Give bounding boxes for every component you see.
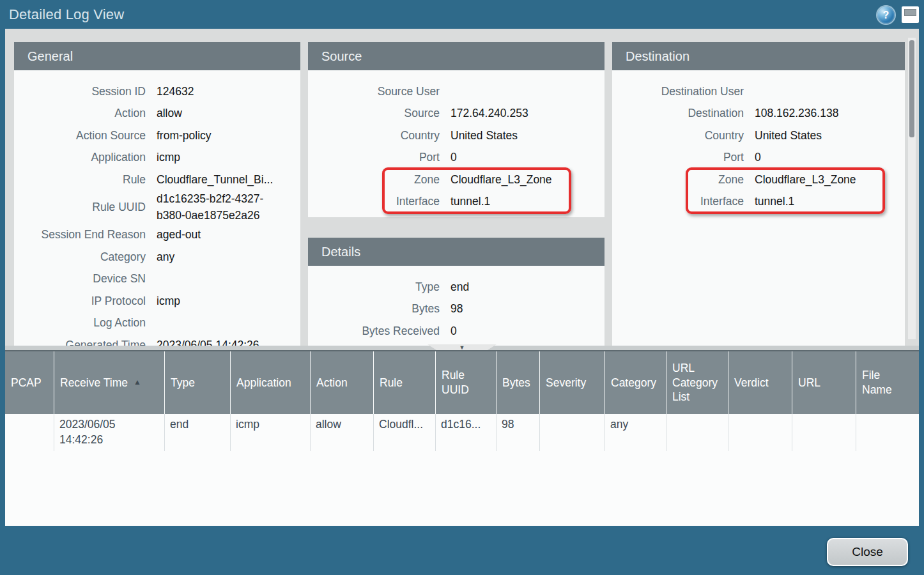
column-header-receive-time[interactable]: Receive Time▲ bbox=[54, 351, 165, 414]
vertical-scrollbar[interactable] bbox=[908, 38, 916, 339]
scrollbar-thumb[interactable] bbox=[909, 40, 914, 137]
column-header-severity[interactable]: Severity bbox=[540, 351, 605, 414]
field-row-action: Actionallow bbox=[14, 103, 300, 125]
table-row[interactable]: 2023/06/05 14:42:26 end icmp allow Cloud… bbox=[5, 414, 919, 451]
title-bar: Detailed Log View ? bbox=[0, 0, 924, 29]
log-detail-section: General Session ID124632 Actionallow Act… bbox=[5, 29, 919, 346]
cell-bytes: 98 bbox=[497, 414, 540, 451]
source-panel-title: Source bbox=[308, 42, 604, 70]
column-header-url[interactable]: URL bbox=[792, 351, 856, 414]
field-row-session-id: Session ID124632 bbox=[14, 80, 300, 103]
source-panel: Source Source User Source172.64.240.253 … bbox=[308, 42, 604, 217]
column-header-verdict[interactable]: Verdict bbox=[728, 351, 792, 414]
field-row-interface: Interfacetunnel.1 bbox=[308, 191, 604, 213]
general-panel: General Session ID124632 Actionallow Act… bbox=[14, 42, 300, 346]
sort-ascending-icon: ▲ bbox=[134, 378, 141, 388]
column-header-action[interactable]: Action bbox=[311, 351, 374, 414]
column-header-category[interactable]: Category bbox=[605, 351, 666, 414]
page-title: Detailed Log View bbox=[9, 0, 124, 29]
field-row-type: Typeend bbox=[308, 276, 604, 298]
field-row-port: Port0 bbox=[308, 147, 604, 169]
detailed-log-view-dialog: Detailed Log View ? General Session ID12… bbox=[0, 0, 924, 575]
field-row-country: CountryUnited States bbox=[308, 125, 604, 147]
field-row-action-source: Action Sourcefrom-policy bbox=[14, 125, 300, 147]
source-panel-body: Source User Source172.64.240.253 Country… bbox=[308, 70, 604, 213]
field-row-rule: RuleCloudflare_Tunnel_Bi... bbox=[14, 169, 300, 191]
cell-rule: Cloudfl... bbox=[374, 414, 436, 451]
column-header-url-category-list[interactable]: URL Category List bbox=[666, 351, 728, 414]
field-row-zone: ZoneCloudflare_L3_Zone bbox=[308, 169, 604, 191]
field-row-source-user: Source User bbox=[308, 80, 604, 103]
field-row-port: Port0 bbox=[612, 147, 905, 169]
field-row-application: Applicationicmp bbox=[14, 147, 300, 169]
column-header-rule[interactable]: Rule bbox=[374, 351, 436, 414]
cell-verdict bbox=[728, 414, 792, 451]
column-header-rule-uuid[interactable]: Rule UUID bbox=[436, 351, 497, 414]
field-row-category: Categoryany bbox=[14, 246, 300, 268]
column-header-type[interactable]: Type bbox=[165, 351, 231, 414]
field-row-ip-protocol: IP Protocolicmp bbox=[14, 290, 300, 312]
column-header-application[interactable]: Application bbox=[231, 351, 311, 414]
destination-panel-body: Destination User Destination108.162.236.… bbox=[612, 70, 905, 213]
field-row-bytes: Bytes98 bbox=[308, 298, 604, 321]
cell-receive-time: 2023/06/05 14:42:26 bbox=[54, 414, 165, 451]
cell-type: end bbox=[165, 414, 231, 451]
field-row-destination-user: Destination User bbox=[612, 80, 905, 103]
field-row-destination: Destination108.162.236.138 bbox=[612, 103, 905, 125]
field-row-zone: ZoneCloudflare_L3_Zone bbox=[612, 169, 905, 191]
maximize-window-icon[interactable] bbox=[902, 6, 919, 23]
destination-panel-title: Destination bbox=[612, 42, 905, 70]
general-panel-title: General bbox=[14, 42, 300, 70]
field-row-country: CountryUnited States bbox=[612, 125, 905, 147]
cell-category: any bbox=[605, 414, 666, 451]
log-table-header: PCAP Receive Time▲ Type Application Acti… bbox=[5, 350, 919, 414]
cell-application: icmp bbox=[231, 414, 311, 451]
column-header-file-name[interactable]: File Name bbox=[856, 351, 919, 414]
details-panel: Details Typeend Bytes98 Bytes Received0 bbox=[308, 238, 604, 346]
cell-file-name bbox=[856, 414, 919, 451]
field-row-source: Source172.64.240.253 bbox=[308, 103, 604, 125]
destination-panel: Destination Destination User Destination… bbox=[612, 42, 905, 346]
field-row-bytes-received: Bytes Received0 bbox=[308, 320, 604, 342]
log-table-body: 2023/06/05 14:42:26 end icmp allow Cloud… bbox=[5, 414, 919, 526]
cell-url-category-list bbox=[666, 414, 728, 451]
cell-url bbox=[792, 414, 856, 451]
general-panel-body: Session ID124632 Actionallow Action Sour… bbox=[14, 70, 300, 346]
field-row-session-end-reason: Session End Reasonaged-out bbox=[14, 224, 300, 247]
cell-action: allow bbox=[311, 414, 374, 451]
details-panel-body: Typeend Bytes98 Bytes Received0 bbox=[308, 266, 604, 342]
field-row-device-sn: Device SN bbox=[14, 268, 300, 291]
cell-severity bbox=[540, 414, 605, 451]
window-glyph bbox=[904, 9, 916, 16]
cell-pcap bbox=[5, 414, 54, 451]
splitter-bar[interactable]: ▼ bbox=[5, 346, 919, 350]
help-icon[interactable]: ? bbox=[877, 6, 895, 24]
field-row-generated-time: Generated Time2023/06/05 14:42:26 bbox=[14, 334, 300, 346]
field-row-rule-uuid: Rule UUIDd1c16235-b2f2-4327-b380-0ae1875… bbox=[14, 191, 300, 224]
column-header-bytes[interactable]: Bytes bbox=[497, 351, 540, 414]
cell-rule-uuid: d1c16... bbox=[436, 414, 497, 451]
details-panel-title: Details bbox=[308, 238, 604, 266]
field-row-interface: Interfacetunnel.1 bbox=[612, 191, 905, 213]
close-button[interactable]: Close bbox=[827, 538, 908, 566]
field-row-log-action: Log Action bbox=[14, 312, 300, 335]
dialog-footer: Close bbox=[0, 526, 924, 575]
column-header-pcap[interactable]: PCAP bbox=[5, 351, 54, 414]
